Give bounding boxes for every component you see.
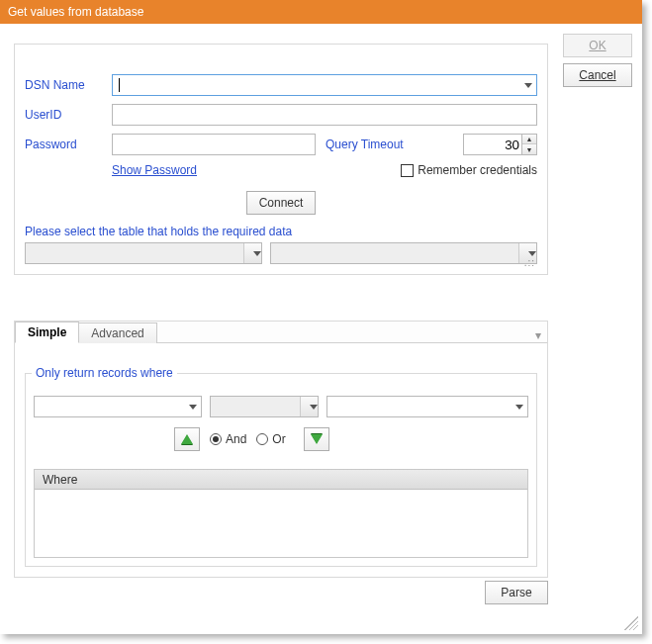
arrow-up-icon bbox=[181, 434, 193, 444]
query-panel: Simple Advanced ▾ Only return records wh… bbox=[14, 321, 548, 578]
tab-advanced[interactable]: Advanced bbox=[78, 322, 156, 343]
filter-operator-combo[interactable] bbox=[210, 396, 319, 417]
chevron-down-icon bbox=[310, 405, 318, 410]
dialog-body: OK Cancel DSN Name UserID Password bbox=[0, 24, 642, 634]
spinner-buttons[interactable]: ▲ ▼ bbox=[522, 134, 537, 155]
chevron-down-icon bbox=[528, 251, 536, 256]
where-grid[interactable]: Where bbox=[34, 469, 528, 558]
userid-input[interactable] bbox=[112, 104, 537, 126]
dialog-window: Get values from database OK Cancel DSN N… bbox=[0, 0, 642, 634]
spinner-down-icon[interactable]: ▼ bbox=[522, 144, 536, 154]
password-input[interactable] bbox=[112, 134, 316, 155]
filter-group: Only return records where bbox=[25, 373, 537, 567]
arrow-down-icon bbox=[311, 434, 323, 444]
tab-strip: Simple Advanced ▾ bbox=[15, 322, 547, 343]
chevron-down-icon bbox=[515, 405, 523, 410]
query-timeout-input[interactable] bbox=[463, 134, 522, 155]
connect-button[interactable]: Connect bbox=[246, 191, 316, 215]
dsn-name-combo[interactable] bbox=[112, 74, 537, 96]
parse-row: Parse bbox=[14, 581, 548, 604]
title-bar: Get values from database bbox=[0, 0, 642, 24]
remember-credentials-label: Remember credentials bbox=[418, 163, 537, 177]
move-down-button[interactable] bbox=[304, 427, 329, 451]
table-combo[interactable] bbox=[270, 242, 537, 264]
or-radio[interactable]: Or bbox=[256, 432, 285, 446]
radio-circle-icon bbox=[256, 433, 268, 445]
show-password-link[interactable]: Show Password bbox=[112, 163, 197, 177]
parse-button[interactable]: Parse bbox=[485, 581, 548, 604]
ok-button[interactable]: OK bbox=[563, 34, 632, 57]
and-radio[interactable]: And bbox=[210, 432, 246, 446]
filter-group-title: Only return records where bbox=[32, 366, 177, 380]
cancel-button[interactable]: Cancel bbox=[563, 63, 632, 87]
chevron-down-icon bbox=[253, 251, 261, 256]
dialog-action-column: OK Cancel bbox=[563, 34, 632, 87]
query-timeout-spinner[interactable]: ▲ ▼ bbox=[463, 134, 537, 155]
tab-body-simple: Only return records where bbox=[15, 343, 547, 577]
filter-field-combo[interactable] bbox=[34, 396, 202, 417]
chevron-down-icon bbox=[524, 83, 532, 88]
spinner-up-icon[interactable]: ▲ bbox=[522, 135, 536, 144]
tab-overflow-icon[interactable]: ▾ bbox=[535, 328, 541, 342]
query-timeout-label: Query Timeout bbox=[326, 138, 404, 151]
resize-grip-icon[interactable] bbox=[624, 616, 638, 630]
userid-label: UserID bbox=[25, 108, 112, 122]
password-label: Password bbox=[25, 138, 112, 151]
window-title: Get values from database bbox=[8, 5, 143, 19]
where-grid-header: Where bbox=[35, 470, 527, 490]
remember-credentials-checkbox[interactable]: Remember credentials bbox=[401, 163, 537, 177]
filter-value-combo[interactable] bbox=[326, 396, 528, 417]
schema-combo[interactable] bbox=[25, 242, 262, 264]
move-up-button[interactable] bbox=[174, 427, 200, 451]
tab-simple[interactable]: Simple bbox=[15, 322, 79, 343]
checkbox-box-icon bbox=[401, 164, 414, 177]
text-cursor bbox=[119, 78, 524, 92]
select-table-label: Please select the table that holds the r… bbox=[25, 225, 537, 238]
radio-circle-icon bbox=[210, 433, 222, 445]
dsn-name-label: DSN Name bbox=[25, 78, 112, 92]
panel-resize-grip-icon: .:: bbox=[524, 257, 535, 268]
connection-panel: DSN Name UserID Password Query Timeout ▲ bbox=[14, 44, 548, 275]
chevron-down-icon bbox=[189, 405, 197, 410]
where-grid-body bbox=[35, 490, 527, 557]
